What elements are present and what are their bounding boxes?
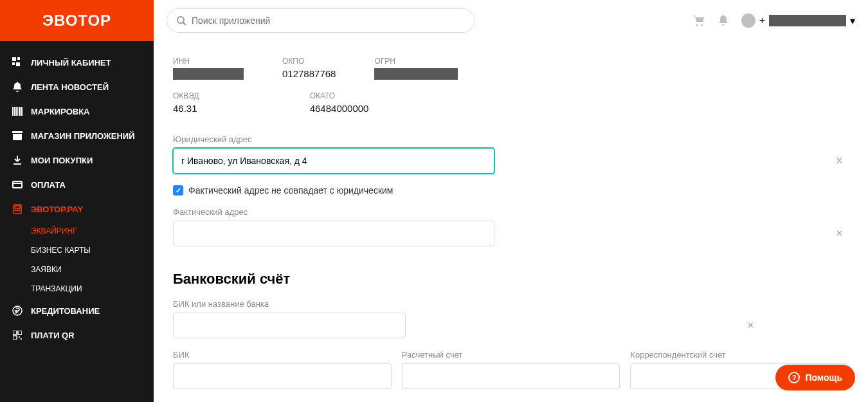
svg-rect-7	[17, 107, 18, 116]
bik-input[interactable]	[173, 363, 392, 389]
sidebar: ЭВОТОР ЛИЧНЫЙ КАБИНЕТ ЛЕНТА НОВОСТЕЙ МАР…	[0, 0, 154, 402]
nav-label: ЛЕНТА НОВОСТЕЙ	[31, 82, 109, 92]
nav-label: МОИ ПОКУПКИ	[31, 156, 93, 165]
store-icon	[12, 130, 23, 142]
question-icon: ?	[788, 372, 800, 383]
subnav-requests[interactable]: ЗАЯВКИ	[31, 260, 154, 279]
nav-news-feed[interactable]: ЛЕНТА НОВОСТЕЙ	[0, 75, 154, 99]
main-nav: ЛИЧНЫЙ КАБИНЕТ ЛЕНТА НОВОСТЕЙ МАРКИРОВКА…	[0, 41, 154, 356]
ogrn-value-redacted	[374, 68, 458, 80]
svg-rect-21	[19, 336, 20, 338]
cart-icon[interactable]	[692, 15, 705, 26]
nav-marking[interactable]: МАРКИРОВКА	[0, 99, 154, 123]
legal-address-input[interactable]	[173, 148, 494, 174]
okpo-label: ОКПО	[282, 57, 336, 66]
nav-label: КРЕДИТОВАНИЕ	[31, 306, 100, 316]
svg-rect-20	[13, 336, 17, 340]
svg-point-23	[177, 17, 184, 23]
inn-label: ИНН	[173, 57, 244, 66]
search-icon	[176, 15, 186, 26]
user-menu[interactable]: + ▾	[741, 14, 855, 28]
card-icon	[12, 179, 23, 190]
okved-label: ОКВЭД	[173, 91, 199, 100]
nav-label: ОПЛАТА	[31, 180, 66, 190]
svg-point-14	[15, 210, 16, 211]
svg-rect-19	[18, 331, 22, 334]
field-okved: ОКВЭД 46.31	[173, 91, 199, 114]
svg-rect-4	[12, 107, 14, 116]
ogrn-label: ОГРН	[374, 57, 458, 66]
address-diff-label: Фактический адрес не совпадает с юридиче…	[188, 185, 393, 196]
sub-nav: ЭКВАЙРИНГ БИЗНЕС КАРТЫ ЗАЯВКИ ТРАНЗАКЦИИ	[0, 221, 154, 298]
nav-label: МАГАЗИН ПРИЛОЖЕНИЙ	[31, 131, 135, 141]
clear-actual-address-button[interactable]: ×	[836, 228, 842, 239]
bank-search-input[interactable]	[173, 313, 406, 338]
topbar-right: + ▾	[692, 14, 855, 28]
brand-logo[interactable]: ЭВОТОР	[0, 0, 154, 41]
svg-rect-3	[16, 62, 20, 66]
field-okato: ОКАТО 46484000000	[310, 91, 369, 114]
subnav-business-cards[interactable]: БИЗНЕС КАРТЫ	[31, 241, 154, 260]
okved-value: 46.31	[173, 103, 199, 114]
bell-icon	[12, 81, 23, 93]
actual-address-input[interactable]	[173, 221, 494, 246]
clear-bank-search-button[interactable]: ×	[748, 320, 754, 331]
svg-rect-5	[14, 107, 15, 116]
notifications-icon[interactable]	[718, 15, 728, 26]
svg-point-25	[696, 24, 698, 26]
inn-value-redacted	[173, 68, 244, 80]
nav-personal-cabinet[interactable]: ЛИЧНЫЙ КАБИНЕТ	[0, 50, 154, 75]
user-phone-redacted	[769, 15, 846, 26]
rs-label: Расчетный счет	[402, 350, 620, 360]
nav-payment[interactable]: ОПЛАТА	[0, 172, 154, 197]
svg-rect-0	[12, 57, 16, 61]
rs-input[interactable]	[402, 363, 620, 389]
svg-point-16	[19, 210, 20, 211]
avatar-icon	[741, 14, 755, 28]
help-button[interactable]: ? Помощь	[775, 365, 855, 390]
svg-rect-13	[15, 206, 20, 208]
ks-label: Корреспондентский счет	[630, 350, 849, 360]
svg-rect-9	[21, 107, 23, 116]
svg-rect-1	[17, 57, 20, 60]
field-okpo: ОКПО 0127887768	[282, 57, 336, 80]
bik-label: БИК	[173, 350, 392, 360]
nav-pay-qr[interactable]: ПЛАТИ QR	[0, 323, 154, 347]
nav-my-purchases[interactable]: МОИ ПОКУПКИ	[0, 148, 154, 172]
svg-rect-18	[13, 331, 17, 334]
svg-rect-22	[21, 338, 22, 340]
user-phone-prefix: +	[759, 15, 765, 26]
barcode-icon	[12, 105, 23, 117]
bank-heading: Банковский счёт	[173, 271, 849, 288]
nav-label: МАРКИРОВКА	[31, 107, 90, 116]
search-input[interactable]	[192, 15, 466, 26]
svg-point-26	[701, 24, 703, 26]
qr-icon	[12, 329, 23, 341]
subnav-transactions[interactable]: ТРАНЗАКЦИИ	[31, 279, 154, 298]
ruble-icon	[12, 305, 23, 316]
svg-rect-10	[13, 181, 22, 188]
svg-point-15	[17, 210, 18, 211]
nav-label: ЛИЧНЫЙ КАБИНЕТ	[31, 58, 111, 68]
grid-icon	[12, 57, 23, 68]
download-icon	[12, 154, 23, 166]
help-label: Помощь	[805, 372, 842, 383]
nav-evotor-pay[interactable]: ЭВОТОР.PAY	[0, 197, 154, 221]
chevron-down-icon: ▾	[850, 15, 855, 27]
okato-value: 46484000000	[310, 103, 369, 114]
search-field[interactable]	[167, 8, 475, 33]
clear-legal-address-button[interactable]: ×	[836, 156, 842, 166]
actual-address-label: Фактический адрес	[173, 207, 849, 217]
address-diff-checkbox[interactable]: ✓	[173, 185, 183, 196]
nav-app-store[interactable]: МАГАЗИН ПРИЛОЖЕНИЙ	[0, 123, 154, 148]
subnav-acquiring[interactable]: ЭКВАЙРИНГ	[31, 221, 154, 241]
nav-credit[interactable]: КРЕДИТОВАНИЕ	[0, 298, 154, 323]
svg-rect-2	[12, 62, 15, 65]
okato-label: ОКАТО	[310, 91, 369, 100]
topbar: + ▾	[154, 0, 868, 41]
nav-label: ЭВОТОР.PAY	[31, 205, 83, 214]
field-ogrn: ОГРН	[374, 57, 458, 80]
okpo-value: 0127887768	[282, 68, 336, 79]
svg-line-24	[183, 23, 186, 25]
legal-address-label: Юридический адрес	[173, 134, 849, 144]
